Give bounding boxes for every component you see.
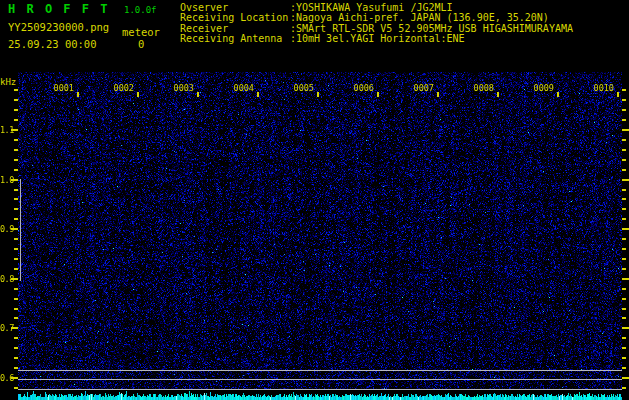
- info-row-location: Receiving Location :Nagoya Aichi-pref. J…: [180, 12, 629, 23]
- y-tick-minor: [14, 189, 18, 191]
- y-tick-minor: [622, 218, 626, 220]
- y-tick-minor: [622, 198, 626, 200]
- x-tick-label: 0003: [164, 83, 194, 93]
- y-tick-label: 0.8: [0, 274, 13, 284]
- y-tick-minor: [622, 169, 626, 171]
- app-title: H R O F F T: [8, 2, 109, 16]
- y-tick-minor: [14, 298, 18, 300]
- y-tick-minor: [14, 268, 18, 270]
- y-tick-minor: [622, 317, 626, 319]
- y-tick-minor: [622, 149, 626, 151]
- y-tick-minor: [14, 347, 18, 349]
- x-tick: [377, 92, 379, 97]
- y-tick-minor: [622, 387, 626, 389]
- x-tick-label: 0005: [284, 83, 314, 93]
- y-tick-label: 0.6: [0, 373, 13, 383]
- info-value: :10mH 3el.YAGI Horizontal:ENE: [290, 33, 465, 44]
- y-tick-minor: [622, 258, 626, 260]
- y-tick-minor: [622, 298, 626, 300]
- spectrogram-canvas: [18, 72, 622, 400]
- x-tick: [77, 92, 79, 97]
- y-tick-minor: [14, 357, 18, 359]
- y-tick-major: [622, 278, 629, 280]
- y-tick-minor: [622, 189, 626, 191]
- y-tick-minor: [622, 99, 626, 101]
- y-tick-major: [622, 179, 629, 181]
- x-tick: [317, 92, 319, 97]
- y-tick-minor: [14, 387, 18, 389]
- y-tick-minor: [622, 268, 626, 270]
- y-tick-label: 1.0: [0, 175, 13, 185]
- x-tick: [137, 92, 139, 97]
- y-tick-label: 0.9: [0, 224, 13, 234]
- y-tick-minor: [622, 89, 626, 91]
- y-tick-minor: [14, 149, 18, 151]
- y-tick-minor: [14, 258, 18, 260]
- x-tick: [257, 92, 259, 97]
- y-tick-label: 1.1: [0, 125, 13, 135]
- x-tick-label: 0007: [404, 83, 434, 93]
- y-tick-minor: [14, 367, 18, 369]
- x-tick: [557, 92, 559, 97]
- hrofft-window: H R O F F T 1.0.0f YY2509230000.png mete…: [0, 0, 629, 400]
- y-tick-minor: [622, 337, 626, 339]
- y-tick-minor: [14, 198, 18, 200]
- y-tick-minor: [14, 109, 18, 111]
- app-version: 1.0.0f: [124, 5, 157, 15]
- y-tick-minor: [14, 208, 18, 210]
- y-tick-minor: [622, 119, 626, 121]
- x-tick: [197, 92, 199, 97]
- y-tick-major: [622, 377, 629, 379]
- x-tick-label: 0001: [44, 83, 74, 93]
- y-tick-minor: [622, 367, 626, 369]
- x-tick-label: 0002: [104, 83, 134, 93]
- info-label: Receiving Antenna: [180, 33, 282, 44]
- y-tick-minor: [14, 337, 18, 339]
- y-tick-minor: [622, 288, 626, 290]
- observation-datetime: 25.09.23 00:00: [8, 38, 97, 50]
- y-tick-minor: [14, 288, 18, 290]
- y-tick-minor: [14, 159, 18, 161]
- y-tick-major: [622, 129, 629, 131]
- y-tick-minor: [622, 248, 626, 250]
- y-tick-minor: [622, 159, 626, 161]
- y-tick-minor: [14, 139, 18, 141]
- y-tick-minor: [622, 238, 626, 240]
- x-tick-label: 0004: [224, 83, 254, 93]
- y-tick-minor: [14, 308, 18, 310]
- mode-label: meteor: [122, 26, 160, 38]
- meteor-count: 0: [138, 38, 144, 50]
- y-tick-minor: [14, 169, 18, 171]
- y-tick-minor: [622, 208, 626, 210]
- y-tick-minor: [622, 308, 626, 310]
- y-tick-minor: [14, 238, 18, 240]
- info-value: :Nagoya Aichi-pref. JAPAN (136.90E, 35.2…: [290, 12, 549, 23]
- y-tick-minor: [14, 89, 18, 91]
- y-tick-minor: [14, 248, 18, 250]
- info-row-antenna: Receiving Antenna :10mH 3el.YAGI Horizon…: [180, 33, 629, 44]
- y-tick-minor: [14, 317, 18, 319]
- y-tick-minor: [622, 139, 626, 141]
- y-tick-minor: [14, 218, 18, 220]
- y-tick-major: [622, 228, 629, 230]
- y-tick-minor: [14, 99, 18, 101]
- y-tick-major: [622, 327, 629, 329]
- x-tick-label: 0010: [584, 83, 614, 93]
- y-tick-minor: [622, 109, 626, 111]
- x-tick: [617, 92, 619, 97]
- y-tick-label: 0.7: [0, 323, 13, 333]
- x-tick: [437, 92, 439, 97]
- y-tick-minor: [622, 347, 626, 349]
- y-tick-minor: [14, 119, 18, 121]
- info-label: Receiving Location: [180, 12, 288, 23]
- y-tick-minor: [622, 357, 626, 359]
- output-filename: YY2509230000.png: [8, 21, 109, 33]
- x-tick-label: 0006: [344, 83, 374, 93]
- y-axis-unit-label: kHz: [0, 77, 16, 87]
- x-tick-label: 0008: [464, 83, 494, 93]
- x-tick-label: 0009: [524, 83, 554, 93]
- x-tick: [497, 92, 499, 97]
